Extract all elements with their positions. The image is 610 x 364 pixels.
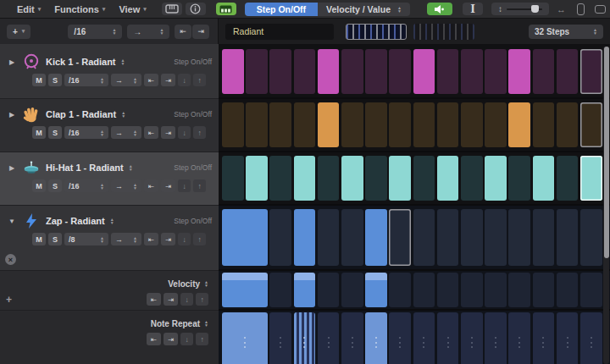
- step-cell[interactable]: [580, 102, 602, 147]
- step-cell[interactable]: [485, 273, 507, 307]
- zoom-slider-thumb[interactable]: [531, 5, 539, 13]
- rotate-left-button[interactable]: ⇤: [147, 293, 161, 306]
- track-name[interactable]: Hi-Hat 1 - Radiant: [46, 163, 124, 173]
- step-cell[interactable]: [318, 156, 340, 201]
- step-cell[interactable]: [557, 156, 579, 201]
- rotate-left-button[interactable]: ⇤: [144, 126, 158, 139]
- mute-button[interactable]: M: [32, 74, 46, 86]
- row-header-clap[interactable]: ▶ Clap 1 - Radiant ▲▼ Step On/Off M: [0, 99, 219, 152]
- step-cell[interactable]: [485, 209, 507, 266]
- step-cell[interactable]: [533, 102, 555, 147]
- row-header-zap[interactable]: ▼ Zap - Radiant ▲▼ Step On/Off M S /8▲▼ …: [0, 206, 219, 271]
- step-cell[interactable]: [413, 209, 435, 266]
- step-cell[interactable]: [461, 49, 483, 94]
- row-header-hihat[interactable]: ▶ Hi-Hat 1 - Radiant ▲▼ Step On/Off M S: [0, 152, 219, 206]
- row-direction-control[interactable]: →▲▼: [111, 233, 141, 245]
- pattern-length-control[interactable]: 32 Steps ▲▼: [529, 25, 603, 39]
- step-cell[interactable]: [485, 102, 507, 147]
- step-cell[interactable]: [437, 273, 459, 307]
- step-cell[interactable]: [341, 273, 363, 307]
- step-cell[interactable]: [580, 209, 602, 266]
- pattern-name-field[interactable]: Radiant: [225, 24, 334, 40]
- pattern-direction-control[interactable]: → ▲▼: [127, 25, 169, 39]
- step-cell[interactable]: [508, 312, 530, 364]
- rotate-right-button[interactable]: ⇥: [164, 293, 178, 306]
- vertical-scrollbar[interactable]: [603, 47, 609, 364]
- step-cell[interactable]: [557, 312, 579, 364]
- stepper-icon[interactable]: ▲▼: [121, 58, 125, 65]
- step-cell[interactable]: [269, 209, 291, 266]
- step-cell[interactable]: [341, 49, 363, 94]
- vertical-zoom-control[interactable]: ↕: [491, 3, 549, 15]
- increment-button[interactable]: ↑: [193, 126, 206, 139]
- pattern-thumbnail-2[interactable]: [413, 24, 474, 40]
- step-cell[interactable]: [389, 209, 411, 266]
- step-cell[interactable]: [341, 102, 363, 147]
- subrow-header-note-repeat[interactable]: Note Repeat ▲▼ ⇤ ⇥ ↓ ↑: [0, 311, 219, 364]
- disclosure-icon[interactable]: ▶: [7, 58, 17, 66]
- display-compact-button[interactable]: [577, 3, 585, 15]
- step-cell[interactable]: [269, 312, 291, 364]
- pattern-rate-control[interactable]: /16 ▲▼: [68, 25, 122, 39]
- solo-button[interactable]: S: [48, 179, 62, 192]
- disclosure-icon[interactable]: ▶: [7, 164, 17, 172]
- step-cell[interactable]: [365, 156, 387, 201]
- step-cell[interactable]: [508, 273, 530, 307]
- stepper-icon[interactable]: ▲▼: [121, 111, 125, 118]
- step-cell[interactable]: [533, 49, 555, 94]
- row-rate-control[interactable]: /8▲▼: [64, 233, 108, 245]
- step-cell[interactable]: [508, 102, 530, 147]
- increment-button[interactable]: ↑: [193, 233, 206, 245]
- step-cell[interactable]: [389, 312, 411, 364]
- step-cell[interactable]: [533, 209, 555, 266]
- step-cell[interactable]: [557, 102, 579, 147]
- velocity-bar[interactable]: [365, 273, 387, 307]
- step-cell[interactable]: [437, 312, 459, 364]
- step-cell[interactable]: [294, 156, 316, 201]
- step-cell[interactable]: [461, 102, 483, 147]
- step-cell[interactable]: [246, 102, 268, 147]
- mute-button[interactable]: M: [32, 126, 46, 139]
- increment-button[interactable]: ↑: [193, 179, 206, 192]
- info-button[interactable]: [186, 3, 206, 15]
- step-cell[interactable]: [365, 49, 387, 94]
- step-cell[interactable]: [461, 156, 483, 201]
- step-cell[interactable]: [389, 49, 411, 94]
- rotate-right-button[interactable]: ⇥: [161, 233, 175, 245]
- menu-view[interactable]: View▾: [114, 4, 151, 14]
- pattern-thumbnail-1[interactable]: [346, 24, 407, 40]
- stepper-icon[interactable]: ▲▼: [129, 164, 133, 171]
- decrement-button[interactable]: ↓: [180, 333, 193, 345]
- row-direction-control[interactable]: →▲▼: [111, 74, 141, 86]
- step-cell[interactable]: [485, 156, 507, 201]
- step-cell[interactable]: [294, 49, 316, 94]
- decrement-button[interactable]: ↓: [178, 179, 191, 192]
- step-cell[interactable]: [269, 102, 291, 147]
- step-cell[interactable]: [413, 102, 435, 147]
- step-cell[interactable]: [413, 273, 435, 307]
- row-rate-control[interactable]: /16▲▼: [64, 179, 108, 192]
- step-cell[interactable]: [318, 49, 340, 94]
- increment-button[interactable]: ↑: [193, 74, 206, 86]
- pencil-mode-button[interactable]: I: [463, 3, 483, 15]
- rotate-left-button[interactable]: ⇤: [144, 74, 158, 86]
- step-cell[interactable]: [533, 273, 555, 307]
- menu-functions[interactable]: Functions▾: [49, 4, 110, 14]
- increment-button[interactable]: ↑: [196, 293, 208, 306]
- step-cell[interactable]: [557, 273, 579, 307]
- step-cell[interactable]: [437, 102, 459, 147]
- mute-button[interactable]: M: [32, 233, 46, 245]
- step-cell[interactable]: [533, 312, 555, 364]
- rotate-left-button[interactable]: ⇤: [175, 25, 191, 39]
- step-cell[interactable]: [485, 49, 507, 94]
- step-cell[interactable]: [461, 273, 483, 307]
- step-cell[interactable]: [365, 209, 387, 266]
- step-cell[interactable]: [413, 49, 435, 94]
- close-subrows-button[interactable]: ×: [5, 254, 16, 265]
- step-cell[interactable]: [461, 312, 483, 364]
- row-rate-control[interactable]: /16▲▼: [64, 74, 108, 86]
- step-cell[interactable]: [437, 156, 459, 201]
- stepper-icon[interactable]: ▲▼: [204, 280, 208, 287]
- velocity-bar[interactable]: [294, 273, 316, 307]
- rotate-left-button[interactable]: ⇤: [144, 179, 158, 192]
